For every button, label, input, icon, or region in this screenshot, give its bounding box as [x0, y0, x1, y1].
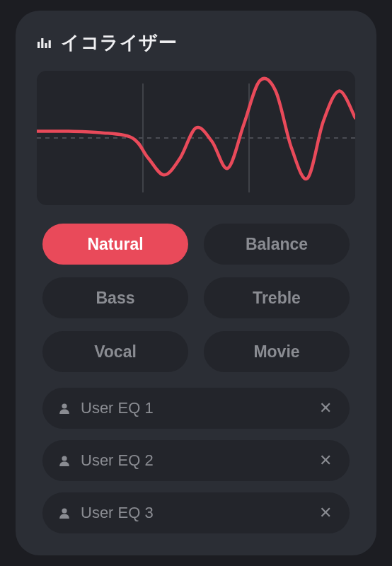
close-icon[interactable]: ✕: [317, 504, 334, 522]
preset-natural[interactable]: Natural: [42, 224, 188, 265]
preset-grid: Natural Balance Bass Treble Vocal Movie: [37, 224, 355, 372]
preset-treble[interactable]: Treble: [204, 277, 350, 318]
preset-movie[interactable]: Movie: [204, 331, 350, 372]
preset-bass[interactable]: Bass: [42, 277, 188, 318]
preset-vocal[interactable]: Vocal: [42, 331, 188, 372]
svg-point-9: [62, 508, 67, 513]
preset-balance[interactable]: Balance: [204, 224, 350, 265]
panel-header: イコライザー: [37, 30, 355, 55]
user-icon: [58, 454, 71, 467]
svg-point-7: [62, 403, 67, 408]
panel-title: イコライザー: [61, 30, 177, 55]
user-eq-list: User EQ 1 ✕ User EQ 2 ✕ User EQ 3 ✕: [37, 388, 355, 533]
user-eq-row[interactable]: User EQ 2 ✕: [42, 440, 350, 481]
svg-rect-1: [41, 38, 43, 48]
user-eq-row[interactable]: User EQ 1 ✕: [42, 388, 350, 429]
user-eq-row[interactable]: User EQ 3 ✕: [42, 492, 350, 533]
svg-rect-3: [49, 40, 51, 48]
close-icon[interactable]: ✕: [317, 451, 334, 470]
equalizer-icon: [37, 35, 52, 51]
eq-curve-display: [37, 71, 355, 205]
user-icon: [58, 402, 71, 415]
user-eq-label: User EQ 3: [81, 504, 317, 522]
equalizer-panel: イコライザー Natural Balance Bass Treble Vocal…: [16, 11, 376, 555]
user-icon: [58, 507, 71, 519]
user-eq-label: User EQ 1: [81, 399, 317, 417]
user-eq-label: User EQ 2: [81, 451, 317, 470]
svg-rect-0: [38, 42, 40, 48]
close-icon[interactable]: ✕: [317, 399, 334, 417]
svg-rect-2: [45, 43, 47, 48]
svg-point-8: [62, 456, 67, 461]
